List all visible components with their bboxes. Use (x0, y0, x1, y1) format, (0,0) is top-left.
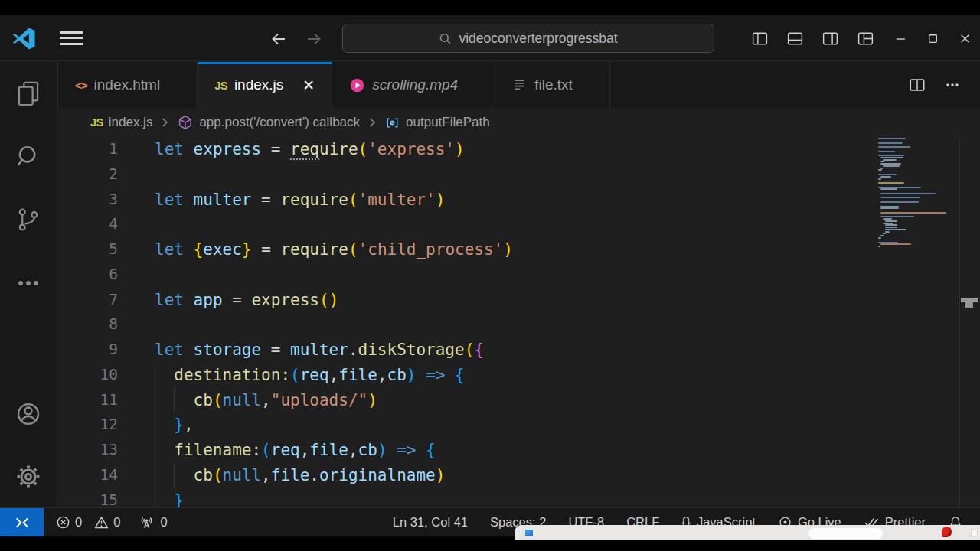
cursor-position[interactable]: Ln 31, Col 41 (393, 515, 468, 530)
breadcrumb-item[interactable]: JSindex.js (90, 115, 152, 130)
more-views-icon[interactable] (14, 269, 43, 298)
indent-guide (174, 463, 175, 488)
close-tab-icon[interactable]: ✕ (302, 78, 315, 93)
tab-label: scrolling.mp4 (372, 77, 458, 93)
code-line[interactable]: 4 (57, 212, 980, 237)
code-text: let multer = require('multer') (118, 187, 445, 213)
code-editor[interactable]: 1let express = require('express')23let m… (57, 137, 980, 507)
code-line[interactable]: 11 cb(null,"uploads/") (57, 388, 980, 413)
tab-label: index.js (234, 77, 283, 93)
line-number: 10 (57, 363, 118, 388)
line-number: 15 (57, 488, 118, 508)
tab-file-txt[interactable]: file.txt (495, 62, 610, 108)
line-number: 4 (57, 212, 118, 237)
indent-guide (174, 388, 175, 413)
source-control-icon[interactable] (14, 205, 43, 234)
toggle-panel-icon[interactable] (786, 30, 804, 47)
search-input[interactable]: videoconverterprogressbat (342, 24, 714, 53)
error-icon (56, 515, 70, 530)
html-file-icon: <> (75, 77, 87, 93)
split-editor-icon[interactable] (908, 76, 926, 94)
remote-indicator[interactable] (0, 508, 44, 536)
scrollbar-thumb[interactable] (961, 298, 978, 302)
code-line[interactable]: 14 cb(null,file.originalname) (57, 463, 980, 488)
settings-gear-icon[interactable] (14, 462, 43, 491)
code-text: destination:(req,file,cb) => { (118, 363, 465, 388)
remote-icon (15, 516, 29, 530)
code-line[interactable]: 7let app = express() (57, 288, 980, 313)
breadcrumb-item[interactable]: outputFilePath (384, 115, 490, 131)
line-number: 12 (57, 412, 118, 438)
code-text (118, 312, 155, 337)
code-text (118, 262, 155, 288)
code-line[interactable]: 3let multer = require('multer') (57, 187, 980, 213)
search-icon (439, 32, 452, 45)
line-number: 11 (57, 388, 118, 413)
problems-indicator[interactable]: 0 0 (56, 515, 120, 530)
line-number: 14 (57, 463, 118, 488)
code-line[interactable]: 8 (57, 312, 980, 337)
taskbar-overlay (514, 525, 980, 540)
code-text: }, (118, 412, 194, 438)
code-text (118, 212, 155, 237)
minimize-icon[interactable] (895, 33, 906, 44)
line-number: 1 (57, 137, 118, 162)
taskbar-red-icon (942, 527, 952, 537)
menu-hamburger-icon[interactable] (60, 31, 83, 45)
close-window-icon[interactable] (959, 33, 971, 44)
code-line[interactable]: 9let storage = multer.diskStorage({ (57, 337, 980, 363)
nav-forward-icon[interactable] (305, 30, 323, 48)
search-sidebar-icon[interactable] (14, 142, 43, 171)
line-number: 8 (57, 312, 118, 337)
warning-icon (94, 515, 109, 530)
code-line[interactable]: 2 (57, 162, 980, 187)
code-text (118, 162, 155, 187)
code-text: } (118, 488, 184, 508)
line-number: 3 (57, 187, 118, 213)
customize-layout-icon[interactable] (857, 30, 874, 47)
chevron-right-icon (365, 116, 379, 129)
code-text: let express = require('express') (118, 137, 465, 162)
code-line[interactable]: 6 (57, 262, 980, 288)
error-count: 0 (75, 515, 82, 530)
title-bar: videoconverterprogressbat (0, 15, 980, 61)
code-line[interactable]: 5let {exec} = require('child_process') (57, 237, 980, 262)
explorer-icon[interactable] (14, 78, 43, 107)
line-number: 9 (57, 337, 118, 363)
media-file-icon (349, 77, 365, 93)
tab-bar: <>index.htmlJSindex.js✕scrolling.mp4file… (57, 62, 980, 108)
code-text: cb(null,"uploads/") (118, 388, 377, 413)
line-number: 7 (57, 288, 118, 313)
screenshot-stage: videoconverterprogressbat (0, 0, 980, 551)
toggle-sidebar-icon[interactable] (751, 30, 769, 47)
nav-back-icon[interactable] (270, 30, 288, 48)
code-text: cb(null,file.originalname) (118, 463, 445, 488)
toggle-secondary-sidebar-icon[interactable] (822, 30, 839, 47)
tab-index-js[interactable]: JSindex.js✕ (198, 62, 332, 108)
code-line[interactable]: 10 destination:(req,file,cb) => { (57, 363, 980, 388)
taskbar-search-pill (808, 528, 883, 539)
main-area: <>index.htmlJSindex.js✕scrolling.mp4file… (0, 62, 980, 507)
code-text: let app = express() (118, 288, 338, 313)
minimap-line (878, 246, 959, 248)
tab-index-html[interactable]: <>index.html (57, 62, 198, 108)
code-line[interactable]: 15 } (57, 488, 980, 508)
code-line[interactable]: 12 }, (57, 412, 980, 438)
accounts-icon[interactable] (14, 399, 43, 429)
minimap-border (959, 137, 960, 507)
maximize-icon[interactable] (927, 33, 939, 44)
more-actions-icon[interactable] (943, 76, 962, 94)
vscode-window: videoconverterprogressbat (0, 15, 980, 536)
search-text: videoconverterprogressbat (459, 31, 617, 47)
taskbar-tray-icon (971, 530, 978, 536)
ports-indicator[interactable]: 0 (139, 514, 167, 530)
minimap[interactable] (878, 138, 959, 248)
txt-file-icon (512, 77, 528, 93)
js-file-icon: JS (214, 77, 227, 93)
tab-label: index.html (94, 77, 161, 93)
activity-bar (0, 62, 57, 507)
code-line[interactable]: 13 filename:(req,file,cb) => { (57, 438, 980, 463)
code-line[interactable]: 1let express = require('express') (57, 137, 980, 162)
tab-scrolling-mp4[interactable]: scrolling.mp4 (332, 62, 495, 108)
breadcrumb-item[interactable]: app.post('/convert') callback (177, 114, 360, 131)
